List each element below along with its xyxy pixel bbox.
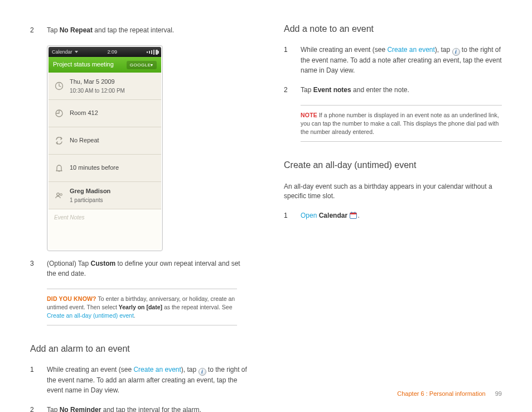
bold: No Reminder xyxy=(60,406,101,412)
row-repeat: No Repeat xyxy=(49,127,161,155)
section-title-allday: Create an all-day (untimed) event xyxy=(284,159,502,171)
text: (Optional) Tap xyxy=(47,260,91,267)
xref-link[interactable]: Create an event xyxy=(133,366,181,373)
note-step-1: 1 While creating an event (see Create an… xyxy=(284,45,502,75)
xref-link[interactable]: Create an event xyxy=(387,46,434,54)
note-callout: NOTE If a phone number is displayed in a… xyxy=(301,105,502,142)
step-number: 1 xyxy=(284,211,291,221)
repeat-icon xyxy=(54,136,64,146)
text: While creating an event (see xyxy=(301,46,387,54)
bold: Calendar xyxy=(319,212,347,219)
dropdown-triangle-icon xyxy=(75,51,78,53)
callout-body: If a phone number is displayed in an eve… xyxy=(301,112,499,135)
text: ), tap xyxy=(181,366,199,373)
step-number: 2 xyxy=(30,405,37,412)
text: as the repeat interval. See xyxy=(162,304,233,310)
note-step-2: 2 Tap Event notes and enter the note. xyxy=(284,85,502,95)
info-icon: i xyxy=(452,48,460,56)
row-text: Room 412 xyxy=(70,109,98,118)
phone-screenshot: Calendar 2:09 Project status meeting GOO… xyxy=(47,45,163,251)
text: . xyxy=(134,312,136,319)
bold: Event notes xyxy=(313,86,351,94)
step-number: 2 xyxy=(30,26,37,35)
row-participants: Greg Madison 1 participants xyxy=(49,182,161,209)
event-title: Project status meeting xyxy=(53,60,114,69)
app-name: Calendar xyxy=(52,49,72,56)
did-you-know-callout: DID YOU KNOW? To enter a birthday, anniv… xyxy=(47,289,237,325)
event-notes-field: Event Notes xyxy=(49,209,161,250)
section-title-alarm: Add an alarm to an event xyxy=(30,342,248,355)
clock-icon xyxy=(54,81,64,91)
notes-placeholder: Event Notes xyxy=(54,214,84,221)
signal-bar-icon xyxy=(151,50,152,54)
row-location: Room 412 xyxy=(49,100,161,127)
step-2: 2 Tap No Repeat and tap the repeat inter… xyxy=(30,26,248,35)
row-datetime: Thu, Mar 5 2009 10:30 AM to 12:00 PM xyxy=(49,73,161,100)
statusbar-right xyxy=(147,50,158,55)
step-body: Tap No Repeat and tap the repeat interva… xyxy=(47,26,248,35)
battery-icon xyxy=(156,50,158,55)
text: and tap the interval for the alarm. xyxy=(101,406,201,412)
svg-point-2 xyxy=(57,193,60,196)
alarm-step-1: 1 While creating an event (see Create an… xyxy=(30,365,248,395)
open-link[interactable]: Open xyxy=(301,212,317,219)
section-title-note: Add a note to an event xyxy=(284,22,502,35)
step-body: Open Calendar . xyxy=(301,211,502,221)
page: 2 Tap No Repeat and tap the repeat inter… xyxy=(0,0,532,412)
bold: No Repeat xyxy=(60,26,93,34)
account-tag: GOOGLE▾ xyxy=(127,61,157,70)
statusbar-left: Calendar xyxy=(52,49,78,56)
people-icon xyxy=(54,190,64,200)
text: . xyxy=(357,212,359,219)
step-3: 3 (Optional) Tap Custom to define your o… xyxy=(30,259,248,279)
signal-bar-icon xyxy=(153,50,154,55)
right-column: Add a note to an event 1 While creating … xyxy=(284,22,502,412)
text: Tap xyxy=(47,26,60,34)
row-text: 10 minutes before xyxy=(70,164,119,173)
two-column-layout: 2 Tap No Repeat and tap the repeat inter… xyxy=(30,22,502,412)
chapter-label: Chapter 6 : Personal information xyxy=(397,390,485,397)
step-body: Tap Event notes and enter the note. xyxy=(301,85,502,95)
date-main: Thu, Mar 5 2009 xyxy=(70,78,115,85)
callout-lead: NOTE xyxy=(301,112,317,118)
clock: 2:09 xyxy=(108,49,118,56)
bold: Custom xyxy=(91,260,116,267)
bell-icon xyxy=(54,163,64,173)
allday-intro: An all-day event such as a birthday appe… xyxy=(284,182,502,202)
step-body: While creating an event (see Create an e… xyxy=(301,45,502,75)
phone-statusbar: Calendar 2:09 xyxy=(49,47,161,57)
row-text: Thu, Mar 5 2009 10:30 AM to 12:00 PM xyxy=(70,78,125,95)
step-number: 3 xyxy=(30,259,37,279)
text: and tap the repeat interval. xyxy=(93,26,174,34)
alarm-step-2: 2 Tap No Reminder and tap the interval f… xyxy=(30,405,248,412)
row-reminder: 10 minutes before xyxy=(49,155,161,182)
step-body: Tap No Reminder and tap the interval for… xyxy=(47,405,248,412)
event-title-bar: Project status meeting GOOGLE▾ xyxy=(49,57,161,73)
step-body: While creating an event (see Create an e… xyxy=(47,365,248,395)
callout-lead: DID YOU KNOW? xyxy=(47,295,96,302)
participant-name: Greg Madison xyxy=(70,188,110,194)
svg-point-3 xyxy=(60,194,62,196)
text: ), tap xyxy=(435,46,452,54)
text: Tap xyxy=(47,406,60,412)
xref-link[interactable]: Create an all-day (untimed) event xyxy=(47,312,134,319)
row-text: No Repeat xyxy=(70,136,99,145)
signal-bar-icon xyxy=(149,51,150,54)
left-column: 2 Tap No Repeat and tap the repeat inter… xyxy=(30,22,248,412)
svg-rect-7 xyxy=(355,212,355,214)
step-body: (Optional) Tap Custom to define your own… xyxy=(47,259,248,279)
participant-count: 1 participants xyxy=(70,197,110,205)
svg-rect-5 xyxy=(350,213,357,214)
text: Tap xyxy=(301,86,313,94)
text: While creating an event (see xyxy=(47,366,133,373)
event-detail-list: Thu, Mar 5 2009 10:30 AM to 12:00 PM Roo… xyxy=(49,73,161,250)
page-number: 99 xyxy=(495,390,502,397)
svg-rect-6 xyxy=(351,212,352,214)
step-number: 1 xyxy=(30,365,37,395)
calendar-app-icon xyxy=(349,211,357,219)
step-number: 2 xyxy=(284,85,291,95)
signal-bar-icon xyxy=(147,51,148,53)
step-number: 1 xyxy=(284,45,291,75)
allday-step-1: 1 Open Calendar . xyxy=(284,211,502,221)
row-text: Greg Madison 1 participants xyxy=(70,187,110,204)
